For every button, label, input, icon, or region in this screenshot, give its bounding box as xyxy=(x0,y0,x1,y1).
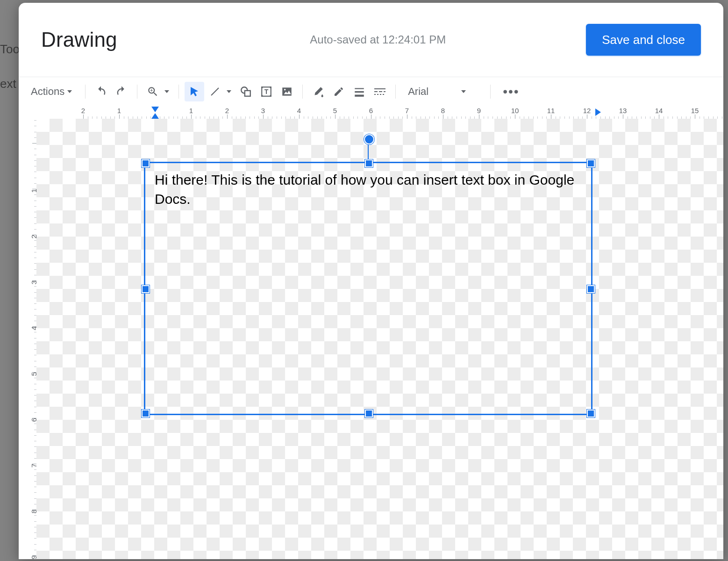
drawing-dialog: Drawing Auto-saved at 12:24:01 PM Save a… xyxy=(19,3,723,559)
resize-handle-tc[interactable] xyxy=(365,159,373,167)
svg-rect-21 xyxy=(383,94,384,95)
ruler-v-major-tick xyxy=(32,372,36,373)
ruler-v-major-tick xyxy=(32,280,36,281)
autosave-status: Auto-saved at 12:24:01 PM xyxy=(310,33,464,46)
textbox-text[interactable]: Hi there! This is the tutorial of how yo… xyxy=(145,163,591,209)
shape-tool-button[interactable] xyxy=(236,82,256,101)
ruler-h-major-tick xyxy=(407,115,407,119)
border-color-button[interactable] xyxy=(329,82,349,101)
fill-color-button[interactable] xyxy=(308,82,328,101)
svg-point-10 xyxy=(284,89,285,90)
ruler-v-major-tick xyxy=(32,326,36,327)
dialog-title: Drawing xyxy=(41,28,117,51)
rotation-handle[interactable] xyxy=(364,134,374,144)
svg-text:T: T xyxy=(264,88,269,95)
ruler-h-label: 1 xyxy=(117,107,121,115)
caret-down-icon xyxy=(67,90,72,93)
ruler-h-major-tick xyxy=(551,115,551,119)
svg-rect-18 xyxy=(374,94,376,95)
svg-rect-6 xyxy=(270,95,271,97)
actions-label: Actions xyxy=(31,86,64,98)
line-tool-button[interactable] xyxy=(205,82,225,101)
actions-menu-button[interactable]: Actions xyxy=(23,81,79,102)
ruler-v-label: 7 xyxy=(30,464,37,468)
ruler-v-label: 9 xyxy=(30,555,37,559)
resize-handle-bc[interactable] xyxy=(365,410,373,417)
ruler-h-label: 6 xyxy=(369,107,373,115)
select-tool-button[interactable] xyxy=(185,82,204,101)
ruler-h-label: 3 xyxy=(261,107,265,115)
ruler-horizontal[interactable]: 2112345678910111213141516 xyxy=(36,106,723,119)
border-weight-button[interactable] xyxy=(350,82,369,101)
line-dropdown[interactable] xyxy=(227,90,231,93)
resize-handle-mr[interactable] xyxy=(587,285,595,293)
image-tool-button[interactable] xyxy=(277,82,297,101)
resize-handle-ml[interactable] xyxy=(142,285,150,293)
ruler-margin-marker[interactable] xyxy=(595,108,605,116)
ruler-h-major-tick xyxy=(479,115,479,119)
ruler-h-major-tick xyxy=(83,115,84,119)
resize-handle-tr[interactable] xyxy=(587,159,595,167)
font-family-label: Arial xyxy=(408,86,428,98)
ruler-h-label: 8 xyxy=(441,107,445,115)
save-and-close-button[interactable]: Save and close xyxy=(586,24,701,56)
redo-button[interactable] xyxy=(112,82,131,101)
ruler-margin-marker[interactable] xyxy=(151,113,159,119)
ruler-v-major-tick xyxy=(32,143,36,144)
svg-rect-14 xyxy=(374,88,385,89)
ruler-v-label: 6 xyxy=(30,418,37,422)
svg-rect-3 xyxy=(261,86,263,88)
svg-rect-20 xyxy=(380,94,381,95)
ruler-h-label: 14 xyxy=(655,107,663,115)
toolbar-separator xyxy=(302,85,303,99)
zoom-dropdown[interactable] xyxy=(164,90,169,93)
resize-handle-tl[interactable] xyxy=(142,159,150,167)
ruler-v-label: 1 xyxy=(30,189,37,193)
ruler-h-major-tick xyxy=(659,115,659,119)
ruler-h-label: 9 xyxy=(477,107,481,115)
textbox-tool-button[interactable]: T xyxy=(257,82,276,101)
dialog-header: Drawing Auto-saved at 12:24:01 PM Save a… xyxy=(19,3,723,77)
drawing-workarea: 2112345678910111213141516 112345678910 H… xyxy=(19,106,723,559)
font-family-select[interactable]: Arial xyxy=(401,81,485,102)
svg-rect-11 xyxy=(355,88,364,89)
svg-rect-1 xyxy=(245,91,250,96)
ruler-h-label: 1 xyxy=(189,107,193,115)
ruler-v-label: 3 xyxy=(30,280,37,284)
svg-rect-17 xyxy=(384,91,385,92)
ruler-h-label: 5 xyxy=(333,107,337,115)
resize-handle-bl[interactable] xyxy=(142,410,150,417)
ruler-margin-marker[interactable] xyxy=(151,107,159,112)
drawing-canvas[interactable]: Hi there! This is the tutorial of how yo… xyxy=(36,119,723,559)
ruler-h-major-tick xyxy=(227,115,228,119)
ruler-h-label: 2 xyxy=(225,107,229,115)
undo-button[interactable] xyxy=(91,82,111,101)
border-dash-button[interactable] xyxy=(370,82,390,101)
ruler-h-major-tick xyxy=(335,115,335,119)
resize-handle-br[interactable] xyxy=(587,410,595,417)
more-options-button[interactable]: ••• xyxy=(496,84,526,99)
ruler-v-major-tick xyxy=(32,235,36,235)
ruler-h-major-tick xyxy=(695,115,695,119)
ruler-h-major-tick xyxy=(623,115,623,119)
bg-menu-item-2: ext xyxy=(0,77,16,91)
ruler-h-label: 13 xyxy=(619,107,627,115)
svg-rect-15 xyxy=(374,91,378,92)
ruler-v-major-tick xyxy=(32,464,36,464)
ruler-v-label: 8 xyxy=(30,510,37,513)
ruler-h-label: 4 xyxy=(297,107,301,115)
svg-rect-19 xyxy=(377,94,378,95)
ruler-h-label: 10 xyxy=(511,107,519,115)
ruler-h-label: 7 xyxy=(405,107,409,115)
svg-rect-16 xyxy=(379,91,382,92)
svg-rect-12 xyxy=(355,91,364,93)
ruler-h-major-tick xyxy=(371,115,371,119)
ruler-h-major-tick xyxy=(191,115,192,119)
toolbar-separator xyxy=(85,85,86,99)
ruler-vertical[interactable]: 112345678910 xyxy=(19,119,37,559)
zoom-button[interactable] xyxy=(143,82,163,101)
selected-textbox[interactable]: Hi there! This is the tutorial of how yo… xyxy=(144,162,592,415)
ruler-h-label: 11 xyxy=(547,107,555,115)
drawing-toolbar: Actions xyxy=(19,77,723,107)
caret-down-icon xyxy=(461,90,466,93)
